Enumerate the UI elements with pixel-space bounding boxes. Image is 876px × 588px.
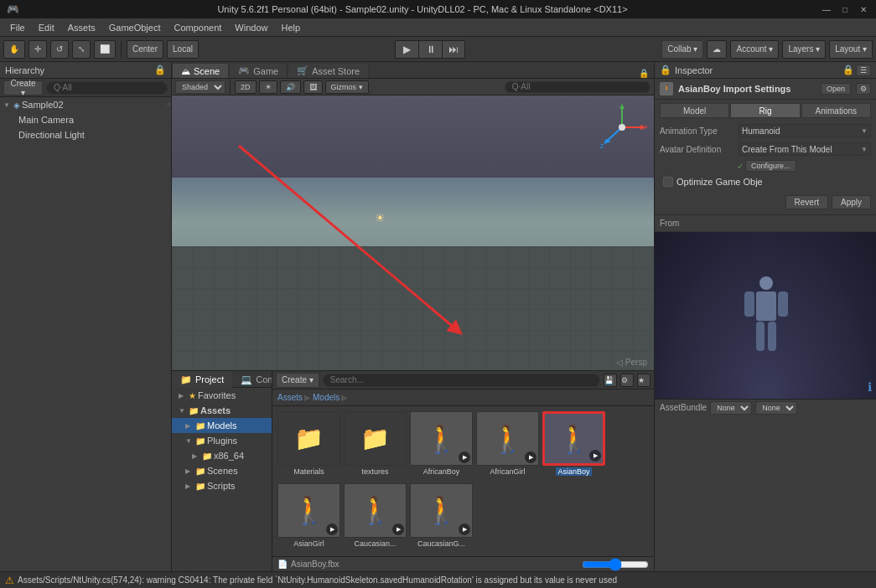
play-controls: ▶ ⏸ ⏭ xyxy=(395,40,465,59)
project-scenes-item[interactable]: ▶ 📁 Scenes xyxy=(172,463,272,478)
collab-button[interactable]: Collab ▾ xyxy=(661,40,703,59)
2d-button[interactable]: 2D xyxy=(235,80,257,94)
maximize-button[interactable]: □ xyxy=(839,3,851,15)
inspector-menu-button[interactable]: ☰ xyxy=(856,64,871,76)
hierarchy-item-directional-light[interactable]: Directional Light xyxy=(0,127,171,142)
asset-thumb-materials[interactable]: 📁 Materials xyxy=(277,411,340,480)
hierarchy-item-main-camera[interactable]: Main Camera xyxy=(0,112,171,127)
svg-point-6 xyxy=(619,124,625,131)
hand-tool-button[interactable]: ✋ xyxy=(3,40,25,59)
tab-game[interactable]: 🎮 Game xyxy=(229,63,288,78)
center-button[interactable]: Center xyxy=(127,40,163,59)
minimize-button[interactable]: — xyxy=(821,3,832,15)
configure-button[interactable]: Configure... xyxy=(745,160,796,172)
avatar-definition-text: Create From This Model xyxy=(742,145,832,154)
optimize-checkbox[interactable] xyxy=(663,177,673,187)
favorites-star-icon: ★ xyxy=(189,391,196,400)
filter-button[interactable]: ⚙ xyxy=(620,374,634,387)
zoom-slider[interactable] xyxy=(582,560,649,570)
apply-button[interactable]: Apply xyxy=(832,195,871,209)
menu-gameobject[interactable]: GameObject xyxy=(102,21,168,34)
scene-search-input[interactable] xyxy=(505,81,651,93)
play-button[interactable]: ▶ xyxy=(395,40,418,59)
open-asset-button[interactable]: Open xyxy=(821,83,851,95)
hierarchy-create-button[interactable]: Create ▾ xyxy=(3,80,43,95)
gizmos-button[interactable]: Gizmos ▾ xyxy=(325,80,369,94)
asset-bundle-select[interactable]: None xyxy=(710,401,752,415)
assets-folder-icon: 📁 xyxy=(189,406,199,415)
project-favorites-item[interactable]: ▶ ★ Favorites xyxy=(172,388,272,403)
rig-tab-button[interactable]: Rig xyxy=(730,103,800,118)
scene-viewport[interactable]: Y X Z ☀ • ◁ Persp xyxy=(172,95,654,370)
plugins-folder-icon: 📁 xyxy=(195,436,205,446)
revert-button[interactable]: Revert xyxy=(785,195,828,209)
star-button[interactable]: ★ xyxy=(637,374,651,387)
rect-tool-button[interactable]: ⬜ xyxy=(94,40,116,59)
cloud-button[interactable]: ☁ xyxy=(707,40,727,59)
effects-toggle-button[interactable]: 🖼 xyxy=(303,80,323,94)
account-button[interactable]: Account ▾ xyxy=(730,40,779,59)
step-button[interactable]: ⏭ xyxy=(442,40,465,59)
project-search-input[interactable] xyxy=(323,374,600,387)
menu-window[interactable]: Window xyxy=(228,21,274,34)
audio-toggle-button[interactable]: 🔊 xyxy=(280,80,301,94)
inspector-settings-button[interactable]: ⚙ xyxy=(856,83,871,95)
asset-thumb-asiangirl[interactable]: 🚶 ▶ AsianGirl xyxy=(277,483,340,552)
hierarchy-item-sample02[interactable]: ▼ ◈ Sample02 ≡ xyxy=(0,97,171,112)
shading-mode-select[interactable]: Shaded xyxy=(175,80,225,94)
layout-button[interactable]: Layout ▾ xyxy=(829,40,873,59)
avatar-definition-value[interactable]: Create From This Model ▼ xyxy=(739,142,871,156)
move-tool-button[interactable]: ✛ xyxy=(29,40,47,59)
model-tab-button[interactable]: Model xyxy=(660,103,729,118)
directional-light-label: Directional Light xyxy=(18,130,85,140)
inspector-title: Inspector xyxy=(675,65,713,75)
project-x86-item[interactable]: ▶ 📁 x86_64 xyxy=(172,448,272,463)
menu-file[interactable]: File xyxy=(3,21,32,34)
asset-thumb-africangirl[interactable]: 🚶 ▶ AfricanGirl xyxy=(476,411,539,480)
asset-thumb-africanboy[interactable]: 🚶 ▶ AfricanBoy xyxy=(410,411,473,480)
asset-thumb-asianboy[interactable]: 🚶 ▶ AsianBoy xyxy=(542,411,605,480)
asset-thumb-caucasian[interactable]: 🚶 ▶ Caucasian... xyxy=(344,483,407,552)
project-assets-item[interactable]: ▼ 📁 Assets xyxy=(172,403,272,418)
inspector-lock-button[interactable]: 🔒 xyxy=(842,64,854,75)
tab-asset-store[interactable]: 🛒 Asset Store xyxy=(288,63,369,78)
asset-thumb-caucasiang[interactable]: 🚶 ▶ CaucasianG... xyxy=(410,483,473,552)
animation-type-value[interactable]: Humanoid ▼ xyxy=(739,124,871,137)
animations-tab-button[interactable]: Animations xyxy=(801,103,871,118)
animation-type-dropdown-icon: ▼ xyxy=(861,127,868,135)
asset-bundle-variant-select[interactable]: None xyxy=(755,401,797,415)
close-button[interactable]: ✕ xyxy=(858,3,869,15)
action-buttons: Revert Apply xyxy=(660,195,871,209)
scene-light-object: ☀ xyxy=(375,211,386,224)
asset-thumb-textures[interactable]: 📁 textures xyxy=(344,411,407,480)
breadcrumb-sep2: ▶ xyxy=(341,393,348,402)
svg-marker-5 xyxy=(604,139,611,144)
pause-button[interactable]: ⏸ xyxy=(418,40,442,59)
menu-help[interactable]: Help xyxy=(274,21,307,34)
tab-project[interactable]: 📁 Project xyxy=(172,371,232,388)
menu-component[interactable]: Component xyxy=(167,21,228,34)
project-models-item[interactable]: ▶ 📁 Models xyxy=(172,418,272,433)
local-button[interactable]: Local xyxy=(167,40,199,59)
tab-scene[interactable]: ⛰ Scene xyxy=(172,63,229,78)
rotate-tool-button[interactable]: ↺ xyxy=(50,40,69,59)
save-project-button[interactable]: 💾 xyxy=(604,374,617,387)
preview-info-icon[interactable]: ℹ xyxy=(868,380,872,394)
scripts-folder-icon: 📁 xyxy=(195,482,205,491)
menu-assets[interactable]: Assets xyxy=(61,21,102,34)
project-plugins-item[interactable]: ▼ 📁 Plugins xyxy=(172,433,272,448)
x86-label: x86_64 xyxy=(214,451,244,461)
expand-arrow-icon: ▼ xyxy=(3,101,12,109)
breadcrumb-models[interactable]: Models xyxy=(313,393,340,402)
breadcrumb-assets[interactable]: Assets xyxy=(277,393,303,402)
scale-tool-button[interactable]: ⤡ xyxy=(72,40,91,59)
avatar-definition-label: Avatar Definition xyxy=(660,145,735,154)
tab-console[interactable]: 💻 Console xyxy=(232,371,272,388)
project-create-button[interactable]: Create ▾ xyxy=(276,373,319,388)
hierarchy-search-input[interactable] xyxy=(46,81,168,95)
project-scripts-item[interactable]: ▶ 📁 Scripts xyxy=(172,478,272,493)
asiangirl-play-icon: ▶ xyxy=(326,524,338,535)
layers-button[interactable]: Layers ▾ xyxy=(782,40,826,59)
menu-edit[interactable]: Edit xyxy=(32,21,61,34)
light-toggle-button[interactable]: ☀ xyxy=(259,80,277,94)
